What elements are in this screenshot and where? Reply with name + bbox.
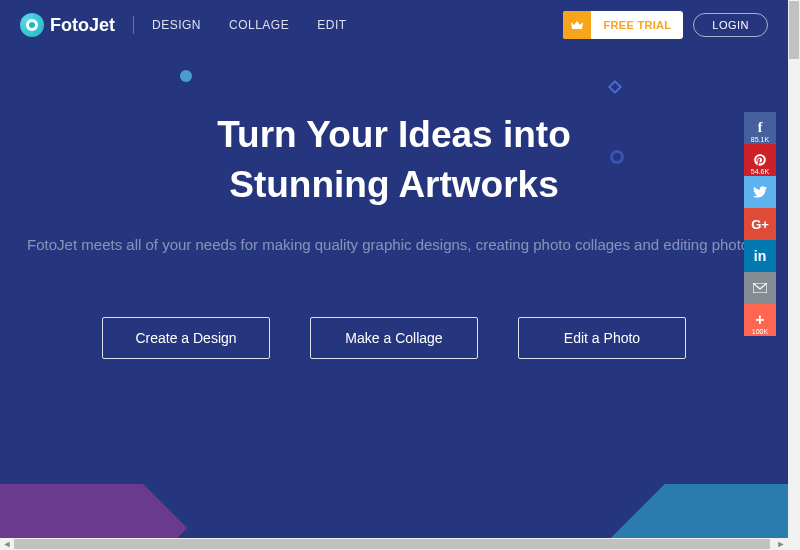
email-icon [753, 283, 767, 293]
logo-text: FotoJet [50, 15, 115, 36]
facebook-count: 85.1K [751, 136, 769, 143]
cta-make-collage-button[interactable]: Make a Collage [310, 317, 478, 359]
social-email-button[interactable] [744, 272, 776, 304]
social-twitter-button[interactable] [744, 176, 776, 208]
cta-row: Create a Design Make a Collage Edit a Ph… [0, 317, 788, 359]
page-hero: FotoJet DESIGN COLLAGE EDIT FREE TRIAL L… [0, 0, 788, 538]
cta-create-design-button[interactable]: Create a Design [102, 317, 270, 359]
hero-subtitle: FotoJet meets all of your needs for maki… [0, 236, 788, 253]
nav-links: DESIGN COLLAGE EDIT [152, 18, 347, 32]
nav-link-collage[interactable]: COLLAGE [229, 18, 289, 32]
stripe-right-decor [611, 484, 788, 538]
facebook-icon: f [758, 120, 763, 136]
social-rail: f 85.1K 54.6K G+ in + 100K [744, 112, 776, 336]
twitter-icon [753, 186, 767, 198]
nav-actions: FREE TRIAL LOGIN [563, 11, 768, 39]
googleplus-icon: G+ [751, 217, 769, 232]
crown-icon [563, 11, 591, 39]
social-pinterest-button[interactable]: 54.6K [744, 144, 776, 176]
nav-link-design[interactable]: DESIGN [152, 18, 201, 32]
scroll-right-arrow-icon[interactable]: ► [775, 538, 787, 550]
logo[interactable]: FotoJet [20, 13, 115, 37]
nav-divider [133, 16, 134, 34]
free-trial-button[interactable]: FREE TRIAL [563, 11, 683, 39]
vertical-scrollbar-thumb[interactable] [789, 1, 799, 59]
hero-title-line1: Turn Your Ideas into [0, 110, 788, 160]
plus-icon: + [755, 311, 764, 329]
hero-title-line2: Stunning Artworks [0, 160, 788, 210]
logo-swirl-icon [20, 13, 44, 37]
social-facebook-button[interactable]: f 85.1K [744, 112, 776, 144]
cta-edit-photo-button[interactable]: Edit a Photo [518, 317, 686, 359]
social-googleplus-button[interactable]: G+ [744, 208, 776, 240]
login-button[interactable]: LOGIN [693, 13, 768, 37]
horizontal-scrollbar[interactable]: ◄ ► [0, 538, 800, 550]
horizontal-scrollbar-thumb[interactable] [14, 539, 770, 549]
navbar: FotoJet DESIGN COLLAGE EDIT FREE TRIAL L… [0, 0, 788, 50]
stripe-left-decor [0, 484, 187, 538]
footer-stripe [0, 484, 788, 538]
linkedin-icon: in [754, 248, 766, 264]
social-linkedin-button[interactable]: in [744, 240, 776, 272]
vertical-scrollbar[interactable] [788, 0, 800, 538]
hero-section: Turn Your Ideas into Stunning Artworks F… [0, 50, 788, 359]
hero-title: Turn Your Ideas into Stunning Artworks [0, 110, 788, 210]
addthis-count: 100K [752, 328, 768, 335]
scroll-left-arrow-icon[interactable]: ◄ [1, 538, 13, 550]
free-trial-label: FREE TRIAL [591, 19, 683, 31]
nav-link-edit[interactable]: EDIT [317, 18, 346, 32]
pinterest-icon [753, 153, 767, 167]
pinterest-count: 54.6K [751, 168, 769, 175]
social-addthis-button[interactable]: + 100K [744, 304, 776, 336]
